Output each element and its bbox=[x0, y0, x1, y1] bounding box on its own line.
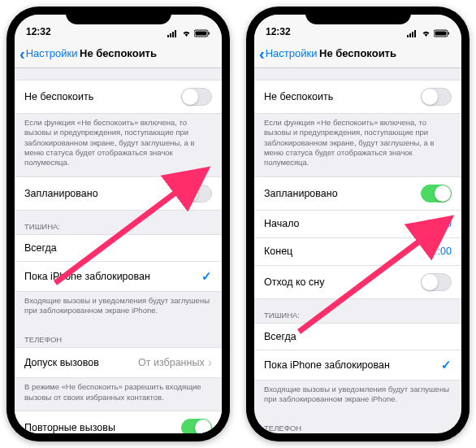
dnd-footer: Если функция «Не беспокоить» включена, т… bbox=[254, 114, 461, 176]
content[interactable]: Не беспокоить Если функция «Не беспокоит… bbox=[15, 68, 222, 433]
allow-calls-value: От избранных bbox=[138, 357, 205, 368]
dnd-toggle[interactable] bbox=[181, 88, 212, 106]
svg-rect-14 bbox=[448, 33, 450, 35]
chevron-right-icon: › bbox=[208, 355, 212, 370]
allow-calls-row[interactable]: Допуск вызовов От избранных › bbox=[15, 347, 222, 378]
nav-bar: ‹ Настройки Не беспокоить bbox=[15, 39, 222, 68]
nav-title: Не беспокоить bbox=[80, 47, 157, 59]
svg-rect-6 bbox=[209, 33, 210, 35]
while-locked-label: Пока iPhone заблокирован bbox=[24, 271, 150, 282]
scheduled-row[interactable]: Запланировано bbox=[254, 176, 461, 211]
dnd-label: Не беспокоить bbox=[264, 91, 333, 102]
bedtime-toggle[interactable] bbox=[421, 273, 452, 291]
silence-footer: Входящие вызовы и уведомления будут загл… bbox=[254, 381, 461, 413]
scheduled-label: Запланировано bbox=[264, 188, 338, 199]
signal-icon bbox=[407, 29, 418, 37]
screen: 12:32 ‹ Настройки Не беспокоить Не беспо… bbox=[15, 15, 222, 433]
checkmark-icon: ✓ bbox=[441, 358, 452, 372]
nav-bar: ‹ Настройки Не беспокоить bbox=[254, 39, 461, 68]
status-time: 12:32 bbox=[26, 26, 51, 37]
notch bbox=[66, 7, 171, 24]
status-right bbox=[407, 29, 450, 37]
allow-calls-footer: В режиме «Не беспокоить» разрешить входя… bbox=[15, 378, 222, 411]
repeated-label: Повторные вызовы bbox=[24, 422, 115, 433]
chevron-left-icon: ‹ bbox=[19, 46, 25, 62]
back-label: Настройки bbox=[26, 47, 78, 59]
phone-frame-left: 12:32 ‹ Настройки Не беспокоить Не беспо… bbox=[6, 7, 230, 441]
always-row[interactable]: Всегда bbox=[15, 234, 222, 262]
chevron-left-icon: ‹ bbox=[259, 46, 265, 62]
svg-rect-5 bbox=[196, 32, 207, 36]
scheduled-toggle[interactable] bbox=[181, 185, 212, 202]
checkmark-icon: ✓ bbox=[201, 269, 212, 284]
wifi-icon bbox=[421, 29, 431, 37]
scheduled-toggle[interactable] bbox=[421, 185, 452, 202]
allow-calls-label: Допуск вызовов bbox=[24, 357, 99, 368]
always-label: Всегда bbox=[264, 331, 296, 342]
screen: 12:32 ‹ Настройки Не беспокоить Не беспо… bbox=[254, 15, 461, 433]
scheduled-label: Запланировано bbox=[24, 188, 98, 199]
back-button[interactable]: ‹ Настройки bbox=[19, 46, 77, 62]
start-label: Начало bbox=[264, 218, 300, 229]
battery-icon bbox=[434, 29, 450, 37]
svg-rect-2 bbox=[172, 32, 174, 37]
phone-header: ТЕЛЕФОН bbox=[15, 324, 222, 347]
repeated-row[interactable]: Повторные вызовы bbox=[15, 411, 222, 433]
svg-rect-9 bbox=[409, 33, 411, 37]
dnd-toggle[interactable] bbox=[421, 88, 452, 106]
start-row[interactable]: Начало 17:00 bbox=[254, 211, 461, 238]
dnd-footer: Если функция «Не беспокоить» включена, т… bbox=[15, 114, 222, 176]
start-value: 17:00 bbox=[426, 218, 452, 229]
bedtime-label: Отход ко сну bbox=[264, 276, 324, 288]
svg-rect-8 bbox=[407, 35, 409, 37]
status-time: 12:32 bbox=[266, 26, 291, 37]
while-locked-row[interactable]: Пока iPhone заблокирован ✓ bbox=[254, 350, 461, 381]
end-label: Конец bbox=[264, 246, 292, 257]
back-button[interactable]: ‹ Настройки bbox=[259, 46, 317, 62]
svg-rect-1 bbox=[170, 33, 171, 37]
signal-icon bbox=[167, 29, 179, 37]
status-right bbox=[167, 29, 210, 37]
back-label: Настройки bbox=[266, 47, 318, 59]
svg-rect-10 bbox=[412, 32, 413, 37]
bedtime-row[interactable]: Отход ко сну bbox=[254, 266, 461, 299]
svg-rect-11 bbox=[414, 30, 416, 37]
dnd-row[interactable]: Не беспокоить bbox=[254, 80, 461, 114]
notch bbox=[305, 7, 411, 24]
battery-icon bbox=[194, 29, 210, 37]
phone-frame-right: 12:32 ‹ Настройки Не беспокоить Не беспо… bbox=[246, 7, 470, 441]
content[interactable]: Не беспокоить Если функция «Не беспокоит… bbox=[254, 68, 461, 433]
repeated-toggle[interactable] bbox=[181, 419, 212, 433]
always-label: Всегда bbox=[24, 242, 57, 254]
always-row[interactable]: Всегда bbox=[254, 323, 461, 350]
scheduled-row[interactable]: Запланировано bbox=[15, 176, 222, 211]
svg-rect-3 bbox=[175, 30, 176, 37]
while-locked-row[interactable]: Пока iPhone заблокирован ✓ bbox=[15, 262, 222, 292]
svg-rect-0 bbox=[167, 35, 169, 37]
wifi-icon bbox=[181, 29, 192, 37]
dnd-row[interactable]: Не беспокоить bbox=[15, 80, 222, 114]
dnd-label: Не беспокоить bbox=[24, 91, 93, 102]
silence-header: ТИШИНА: bbox=[254, 299, 461, 323]
nav-title: Не беспокоить bbox=[319, 47, 396, 59]
end-row[interactable]: Конец 7:00 bbox=[254, 238, 461, 266]
svg-rect-13 bbox=[435, 32, 447, 36]
end-value: 7:00 bbox=[432, 246, 452, 257]
while-locked-label: Пока iPhone заблокирован bbox=[264, 359, 390, 371]
allow-calls-detail: От избранных › bbox=[138, 355, 212, 370]
silence-footer: Входящие вызовы и уведомления будут загл… bbox=[15, 292, 222, 324]
silence-header: ТИШИНА: bbox=[15, 211, 222, 234]
phone-header: ТЕЛЕФОН bbox=[254, 412, 461, 433]
